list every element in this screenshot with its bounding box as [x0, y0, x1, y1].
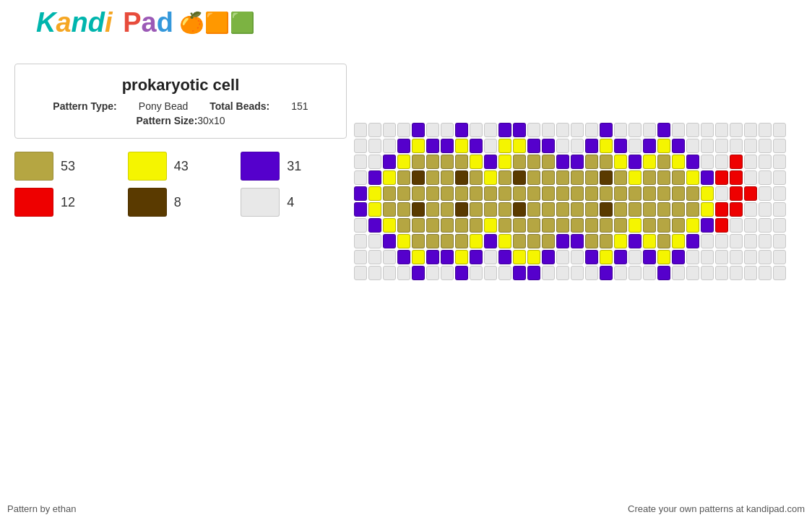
bead-cell: [715, 155, 728, 169]
bead-cell: [354, 250, 367, 264]
legend-swatch-5: [241, 188, 280, 217]
bead-cell: [614, 266, 627, 280]
bead-cell: [556, 234, 569, 248]
bead-cell: [513, 266, 526, 280]
bead-cell: [397, 123, 410, 137]
bead-cell: [614, 123, 627, 137]
bead-cell: [527, 218, 540, 233]
bead-cell: [527, 266, 540, 280]
bead-cell: [744, 234, 757, 248]
bead-cell: [773, 170, 786, 185]
bead-cell: [470, 250, 483, 264]
bead-cell: [571, 250, 584, 264]
bead-cell: [498, 250, 511, 264]
bead-cell: [556, 139, 569, 153]
bead-cell: [744, 170, 757, 185]
legend-count-2: 31: [287, 159, 301, 174]
bead-cell: [556, 218, 569, 233]
bead-cell: [383, 266, 396, 280]
bead-cell: [614, 186, 627, 201]
logo-kandi-text: Kandi: [36, 7, 113, 38]
bead-cell: [426, 123, 439, 137]
bead-cell: [657, 123, 670, 137]
bead-cell: [629, 266, 642, 280]
bead-cell: [614, 250, 627, 264]
bead-cell: [368, 202, 381, 217]
bead-cell: [744, 218, 757, 233]
bead-cell: [383, 123, 396, 137]
bead-cell: [455, 266, 468, 280]
bead-cell: [701, 218, 714, 233]
bead-cell: [643, 234, 656, 248]
bead-cell: [441, 123, 454, 137]
bead-cell: [542, 170, 555, 185]
bead-cell: [715, 123, 728, 137]
bead-cell: [672, 234, 685, 248]
bead-cell: [426, 218, 439, 233]
logo-area: Kandi Pad 🍊🟧🟩: [36, 7, 255, 38]
bead-cell: [614, 202, 627, 217]
footer-left: Pattern by ethan: [7, 503, 76, 514]
bead-cell: [383, 170, 396, 185]
bead-cell: [412, 155, 425, 169]
bead-cell: [657, 234, 670, 248]
legend-item-4: 8: [128, 188, 234, 217]
bead-cell: [354, 139, 367, 153]
bead-cell: [368, 155, 381, 169]
bead-cell: [759, 202, 772, 217]
bead-cell: [455, 250, 468, 264]
bead-cell: [368, 186, 381, 201]
bead-cell: [484, 123, 497, 137]
bead-cell: [498, 234, 511, 248]
legend-count-4: 8: [174, 195, 181, 210]
legend-count-1: 43: [174, 159, 189, 174]
bead-cell: [513, 202, 526, 217]
bead-cell: [571, 266, 584, 280]
legend-grid: 53 43 31 12 8 4: [14, 152, 347, 217]
legend-swatch-3: [14, 188, 53, 217]
bead-cell: [600, 170, 613, 185]
bead-cell: [759, 170, 772, 185]
bead-cell: [556, 170, 569, 185]
bead-cell: [701, 202, 714, 217]
bead-cell: [397, 250, 410, 264]
bead-cell: [484, 202, 497, 217]
legend-swatch-2: [241, 152, 280, 181]
bead-cell: [744, 250, 757, 264]
bead-cell: [383, 186, 396, 201]
bead-cell: [643, 155, 656, 169]
legend-swatch-1: [128, 152, 167, 181]
legend-item-1: 43: [128, 152, 234, 181]
bead-cell: [701, 234, 714, 248]
legend-item-2: 31: [241, 152, 347, 181]
bead-cell: [354, 266, 367, 280]
bead-cell: [412, 266, 425, 280]
bead-cell: [773, 218, 786, 233]
bead-cell: [629, 139, 642, 153]
bead-cell: [383, 250, 396, 264]
bead-cell: [513, 250, 526, 264]
bead-cell: [686, 170, 699, 185]
bead-cell: [614, 139, 627, 153]
bead-cell: [744, 123, 757, 137]
info-card: prokaryotic cell Pattern Type: Pony Bead…: [14, 64, 347, 139]
bead-cell: [715, 266, 728, 280]
bead-cell: [773, 186, 786, 201]
bead-cell: [368, 218, 381, 233]
footer-right: Create your own patterns at kandipad.com: [628, 503, 805, 514]
bead-cell: [368, 266, 381, 280]
bead-cell: [368, 170, 381, 185]
bead-cell: [484, 250, 497, 264]
bead-cell: [571, 139, 584, 153]
bead-cell: [600, 186, 613, 201]
bead-cell: [730, 186, 743, 201]
bead-cell: [585, 250, 598, 264]
bead-cell: [715, 186, 728, 201]
bead-cell: [498, 139, 511, 153]
bead-cell: [397, 186, 410, 201]
bead-cell: [412, 139, 425, 153]
legend-count-3: 12: [61, 195, 75, 210]
bead-cell: [527, 202, 540, 217]
pattern-size-value: 30x10: [197, 115, 225, 126]
bead-cell: [672, 202, 685, 217]
